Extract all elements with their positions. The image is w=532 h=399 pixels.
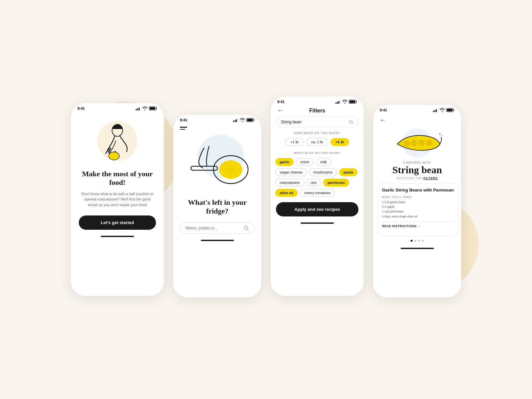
svg-rect-34	[447, 109, 453, 111]
svg-point-38	[418, 139, 425, 146]
filters-highlight: FILTERS	[424, 177, 438, 180]
qty-less-1lb[interactable]: <1 lb	[285, 138, 303, 146]
extras-label: WHAT ELSE DO YOU HAVE?	[271, 151, 364, 155]
apply-button[interactable]: Apply and see recipes	[276, 202, 358, 216]
results-nav: ←	[373, 113, 461, 126]
home-indicator-2	[201, 240, 234, 241]
svg-point-41	[442, 135, 443, 136]
svg-point-40	[439, 133, 441, 135]
status-bar-2: 9:41	[173, 115, 261, 123]
signal-icon-2	[233, 118, 238, 122]
wifi-icon-3	[342, 100, 347, 104]
dot-4	[422, 240, 424, 242]
time-2: 9:41	[180, 118, 187, 122]
time-1: 9:41	[77, 106, 85, 110]
battery-icon-4	[446, 108, 455, 112]
filter-search-input[interactable]	[281, 120, 349, 124]
status-icons-4	[433, 108, 455, 112]
fridge-title: What's left in your fridge?	[173, 198, 261, 216]
battery-icon	[149, 106, 157, 110]
svg-rect-25	[338, 101, 339, 104]
svg-rect-4	[150, 107, 155, 110]
fridge-search-bar[interactable]	[180, 222, 255, 234]
page-dots	[373, 240, 461, 242]
tag-garlic[interactable]: garlic	[275, 158, 294, 166]
filters-title: Filters	[309, 108, 325, 114]
dot-2	[414, 240, 416, 242]
qty-more-1lb[interactable]: >1 lb	[331, 138, 349, 146]
filter-search-icon	[349, 120, 353, 124]
svg-rect-10	[236, 119, 237, 122]
status-bar-3: 9:41	[271, 96, 364, 105]
svg-rect-32	[436, 109, 437, 112]
phone-1-content: Make the most of your food! Don't know w…	[71, 170, 164, 230]
tag-mushrooms[interactable]: mushrooms	[309, 168, 337, 176]
battery-icon-3	[349, 100, 357, 104]
time-4: 9:41	[380, 108, 387, 112]
home-indicator-4	[401, 248, 434, 249]
status-bar-4: 9:41	[373, 105, 461, 113]
svg-rect-31	[435, 110, 436, 112]
signal-icon-3	[335, 100, 341, 104]
tag-parmesan[interactable]: parmesan	[323, 179, 349, 187]
page-wrapper: 9:41	[0, 81, 532, 318]
wifi-icon	[142, 106, 148, 110]
phone-4: 9:41 ←	[373, 105, 461, 298]
svg-rect-8	[233, 121, 234, 122]
filters-nav: ← Filters	[271, 105, 364, 117]
svg-rect-30	[433, 111, 434, 112]
home-indicator-1	[101, 236, 134, 237]
filter-search-bar[interactable]	[276, 117, 358, 127]
phone-1: 9:41	[71, 103, 164, 296]
dot-1	[411, 240, 413, 242]
svg-point-7	[109, 152, 119, 160]
svg-line-22	[247, 229, 249, 230]
tag-mascarpone[interactable]: mascarpone	[275, 179, 304, 187]
signal-icon-4	[433, 108, 438, 112]
tag-olive-oil[interactable]: olive oil	[275, 189, 298, 197]
svg-rect-0	[136, 109, 137, 110]
svg-rect-1	[137, 108, 138, 110]
tag-rice[interactable]: rice	[307, 179, 321, 187]
phone-2-header	[173, 123, 261, 133]
home-indicator-3	[301, 222, 334, 224]
svg-rect-9	[235, 120, 236, 122]
recipe-cards-row: Garlic String Beans with Parmesan WHAT Y…	[373, 183, 461, 236]
svg-point-39	[426, 140, 433, 146]
tag-pasta[interactable]: pasta	[339, 168, 357, 176]
read-instructions-1[interactable]: READ INSTRUCTIONS →	[382, 221, 454, 228]
needs-label-1: WHAT YOU'LL NEED:	[382, 196, 454, 199]
hamburger-menu[interactable]	[180, 127, 255, 130]
welcome-subtitle: Don't know what to do with a half zucchi…	[79, 191, 156, 208]
battery-icon-2	[246, 118, 255, 122]
recipe-title-1: Garlic String Beans with Parmesan	[382, 188, 454, 193]
quantity-label: HOW MUCH DO YOU HAVE?	[271, 131, 364, 135]
svg-rect-12	[247, 119, 253, 121]
tag-vegan-cheese[interactable]: vegan cheese	[275, 168, 307, 176]
recipe-card-1: Garlic String Beans with Parmesan WHAT Y…	[378, 183, 458, 236]
svg-rect-23	[335, 102, 336, 104]
fridge-search-input[interactable]	[186, 226, 244, 230]
phone-3: 9:41 ←	[271, 96, 364, 296]
wifi-icon-4	[440, 108, 445, 112]
status-bar-1: 9:41	[71, 103, 164, 112]
tag-milk[interactable]: milk	[316, 158, 331, 166]
tag-onion[interactable]: onion	[296, 158, 314, 166]
qty-ca-1lb[interactable]: ca. 1 lb	[306, 138, 328, 146]
dot-3	[418, 240, 420, 242]
tags-container: garlic onion milk vegan cheese mushrooms…	[271, 158, 364, 197]
tag-cherry-tomatoes[interactable]: cherry tomatoes	[300, 189, 335, 197]
results-back-button[interactable]: ←	[380, 117, 386, 124]
status-icons-3	[335, 100, 357, 104]
illustration-onboarding	[87, 114, 147, 164]
time-3: 9:41	[277, 100, 285, 104]
recipes-count: 9 RECIPES WITH	[373, 161, 461, 164]
signal-icon	[136, 107, 141, 110]
illustration-pea-pod	[391, 126, 444, 159]
ingredient-list-1: 1.5 lb green bean 2 cl garlic 1 cup parm…	[382, 200, 454, 219]
get-started-button[interactable]: Let's get started	[79, 215, 156, 230]
matching-label: MATCHING THE FILTERS	[373, 177, 461, 180]
filters-back-button[interactable]: ←	[277, 107, 283, 114]
phone-2: 9:41	[173, 115, 261, 298]
illustration-fridge	[184, 133, 251, 193]
